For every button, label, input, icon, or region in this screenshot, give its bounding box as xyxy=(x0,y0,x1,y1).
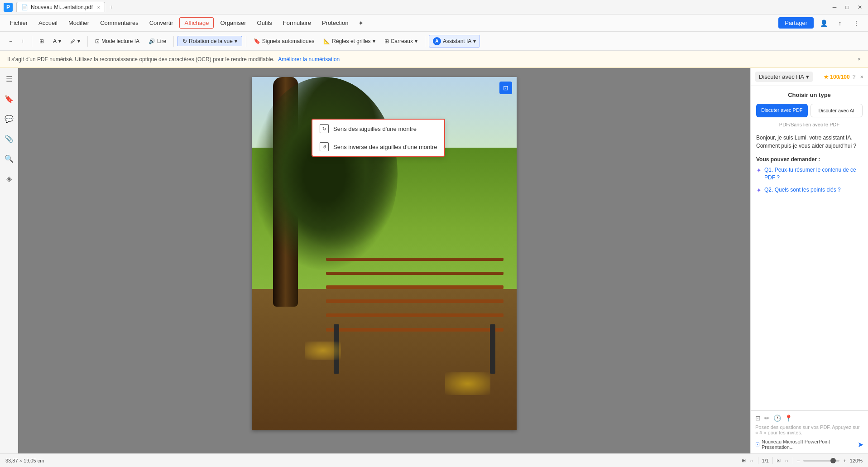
zoom-in-button[interactable]: + xyxy=(18,36,28,46)
menu-commentaires[interactable]: Commentaires xyxy=(96,18,143,28)
user-icon[interactable]: 👤 xyxy=(817,17,830,29)
tab-close-button[interactable]: × xyxy=(97,5,100,10)
separator-3 xyxy=(173,36,174,47)
bench-plank-4 xyxy=(326,285,504,289)
zoom-slider[interactable] xyxy=(803,460,839,462)
counter-clockwise-label: Sens inverse des aiguilles d'une montre xyxy=(333,144,437,150)
status-select-icon[interactable]: ⊞ xyxy=(742,457,746,463)
menu-protection[interactable]: Protection xyxy=(317,18,353,28)
ai-question-2-bullet-icon: ✦ xyxy=(756,187,762,194)
signets-label: Signets automatiques xyxy=(262,38,314,44)
zoom-percent-label: 120% xyxy=(850,458,863,463)
window-minimize[interactable]: ─ xyxy=(830,3,839,12)
fit-page-button[interactable]: ⊡ xyxy=(499,82,512,94)
status-fit-icon[interactable]: ⊡ xyxy=(777,457,781,463)
leaves-ground xyxy=(252,307,517,430)
sidebar-icon-pages[interactable]: ☰ xyxy=(2,72,16,86)
ai-type-pdf-button[interactable]: Discuter avec PDF xyxy=(756,104,808,117)
menu-affichage[interactable]: Affichage xyxy=(179,17,214,29)
tab-current[interactable]: 📄 Nouveau Mi...entation.pdf × xyxy=(16,2,105,12)
menu-right-area: Partager 👤 ↑ ⋮ xyxy=(778,17,863,29)
ai-edit-icon[interactable]: ✏ xyxy=(764,414,770,422)
pdf-viewer[interactable]: ⊡ ↻ Sens des aiguilles d'une montre ↺ Se… xyxy=(18,68,750,453)
bench-backrest-2 xyxy=(326,258,504,261)
chevron-down-icon: ▾ xyxy=(58,38,61,44)
zoom-thumb xyxy=(830,458,836,463)
menu-fichier[interactable]: Fichier xyxy=(5,18,32,28)
ai-document-icon[interactable]: ⊡ xyxy=(755,414,761,422)
ai-title-label: Discuter avec l'IA xyxy=(759,73,804,80)
notification-close-button[interactable]: × xyxy=(858,56,861,63)
status-width-icon[interactable]: ↔ xyxy=(784,458,789,463)
ai-type-link[interactable]: PDF/Sans lien avec le PDF xyxy=(756,122,863,127)
ai-clock-icon[interactable]: 🕐 xyxy=(773,414,781,422)
ai-title-dropdown[interactable]: Discuter avec l'IA ▾ xyxy=(755,72,813,82)
menu-outils[interactable]: Outils xyxy=(253,18,277,28)
separator-2 xyxy=(87,36,88,47)
rotation-dropdown-button[interactable]: ↻ Rotation de la vue ▾ xyxy=(177,36,242,46)
menu-modifier[interactable]: Modifier xyxy=(64,18,94,28)
status-cursor-icon[interactable]: ↔ xyxy=(749,458,754,463)
zoom-minus-button[interactable]: − xyxy=(797,458,800,463)
menu-formulaire[interactable]: Formulaire xyxy=(278,18,316,28)
regles-icon: 📐 xyxy=(323,38,330,44)
assistant-ia-button[interactable]: A Assistant IA ▾ xyxy=(429,35,480,48)
paint-button[interactable]: 🖊 ▾ xyxy=(67,36,84,46)
notification-text: Il s'agit d'un PDF numérisé. Utilisez la… xyxy=(7,56,274,63)
share-button[interactable]: Partager xyxy=(778,17,814,29)
carreaux-icon: ⊞ xyxy=(384,38,389,44)
window-controls: ─ □ ✕ xyxy=(830,3,864,12)
flowers-left xyxy=(305,342,341,360)
separator-5 xyxy=(425,36,425,47)
signets-button[interactable]: 🔖 Signets automatiques xyxy=(250,36,318,46)
upload-icon[interactable]: ↑ xyxy=(834,17,846,29)
window-close[interactable]: ✕ xyxy=(855,3,864,12)
highlight-button[interactable]: A ▾ xyxy=(49,36,65,46)
menu-accueil[interactable]: Accueil xyxy=(34,18,62,28)
carreaux-label: Carreaux xyxy=(391,38,413,44)
zoom-plus-button[interactable]: + xyxy=(843,458,846,463)
new-tab-button[interactable]: + xyxy=(107,3,116,12)
menu-convertir[interactable]: Convertir xyxy=(145,18,178,28)
zoom-out-button[interactable]: − xyxy=(5,36,16,46)
ai-type-ai-button[interactable]: Discuter avec AI xyxy=(810,104,863,117)
ai-type-buttons: Discuter avec PDF Discuter avec AI xyxy=(756,104,863,117)
ai-location-icon[interactable]: 📍 xyxy=(785,414,792,422)
ai-question-bullet-icon: ✦ xyxy=(756,167,762,174)
ai-avatar-icon: A xyxy=(433,37,441,45)
ai-question-2-text: Q2. Quels sont les points clés ? xyxy=(764,186,841,194)
ai-panel-footer: ⊡ ✏ 🕐 📍 Posez des questions sur vos PDF.… xyxy=(751,410,868,453)
zoom-out-icon: − xyxy=(9,38,12,44)
window-maximize[interactable]: □ xyxy=(843,3,852,12)
ai-help-button[interactable]: ? xyxy=(853,74,856,80)
status-page: 1/1 xyxy=(762,458,769,463)
carreaux-button[interactable]: ⊞ Carreaux ▾ xyxy=(381,36,421,46)
regles-button[interactable]: 📐 Règles et grilles ▾ xyxy=(320,36,379,46)
ai-send-button[interactable]: ➤ xyxy=(858,440,863,449)
sidebar-icon-bookmarks[interactable]: 🔖 xyxy=(2,91,16,106)
sidebar-icon-layers[interactable]: ◈ xyxy=(2,171,16,186)
sidebar-icon-search[interactable]: 🔍 xyxy=(2,151,16,166)
view-mode-button[interactable]: ⊞ xyxy=(36,36,48,46)
rotation-icon: ↻ xyxy=(182,38,187,44)
rotation-clockwise-item[interactable]: ↻ Sens des aiguilles d'une montre xyxy=(312,120,444,138)
lire-button[interactable]: 🔊 Lire xyxy=(145,36,170,46)
more-options-icon[interactable]: ⋮ xyxy=(850,17,863,29)
notification-action[interactable]: Améliorer la numérisation xyxy=(278,56,340,63)
spark-icon[interactable]: ✦ xyxy=(355,17,367,29)
ai-question-2[interactable]: ✦ Q2. Quels sont les points clés ? xyxy=(756,186,863,194)
sidebar-icon-attachments[interactable]: 📎 xyxy=(2,131,16,146)
paint-icon: 🖊 xyxy=(70,38,76,44)
statusbar-right: ⊞ ↔ 1/1 ⊡ ↔ − + 120% xyxy=(742,457,863,464)
rotation-counter-clockwise-item[interactable]: ↺ Sens inverse des aiguilles d'une montr… xyxy=(312,138,444,156)
statusbar: 33,87 × 19,05 cm ⊞ ↔ 1/1 ⊡ ↔ − + 120% xyxy=(0,453,868,467)
mode-lecture-button[interactable]: ⊡ Mode lecture IA xyxy=(91,36,143,46)
ai-question-1[interactable]: ✦ Q1. Peux-tu résumer le contenu de ce P… xyxy=(756,166,863,182)
lire-label: Lire xyxy=(157,38,166,44)
ai-close-button[interactable]: × xyxy=(860,73,863,80)
menu-organiser[interactable]: Organiser xyxy=(216,18,250,28)
titlebar: P 📄 Nouveau Mi...entation.pdf × + ─ □ ✕ xyxy=(0,0,868,14)
sidebar-icon-comments[interactable]: 💬 xyxy=(2,111,16,126)
ai-score-icon: ★ xyxy=(824,74,829,80)
ai-panel: Discuter avec l'IA ▾ ★ 100/100 ? × Chois… xyxy=(750,68,868,453)
